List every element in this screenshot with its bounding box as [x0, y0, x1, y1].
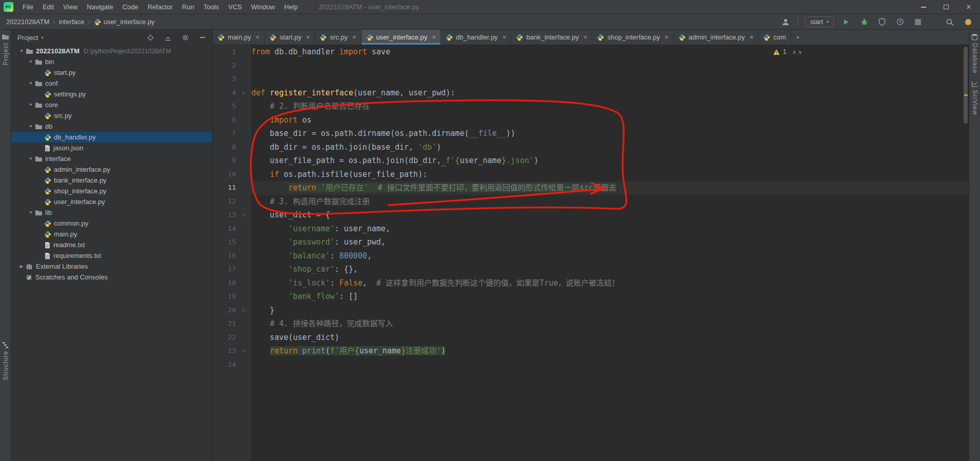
- fold-up-icon[interactable]: ∧: [236, 304, 251, 317]
- editor[interactable]: 1from db.db_handler import save234∨def r…: [213, 45, 969, 461]
- line-number[interactable]: 19: [213, 290, 236, 304]
- menu-view[interactable]: View: [58, 0, 82, 14]
- code-line-5[interactable]: 5 # 2. 判断用户名是否已存在: [213, 99, 969, 113]
- fold-down-icon[interactable]: ∨: [236, 208, 251, 222]
- editor-tab-bank-interface-py[interactable]: bank_interface.py×: [511, 30, 592, 45]
- scrollbar-thumb[interactable]: [964, 47, 968, 124]
- code-line-13[interactable]: 13∨ user_dict = {: [213, 208, 969, 222]
- tool-window-button-structure[interactable]: Structure: [2, 338, 9, 384]
- chevron-down-icon[interactable]: ▼: [17, 49, 26, 53]
- menu-code[interactable]: Code: [118, 0, 143, 14]
- code-line-18[interactable]: 18 'is_lock': False, # 这样拿到用户数据先判断这个键的值，…: [213, 276, 969, 290]
- warning-stripe-mark[interactable]: [964, 94, 968, 96]
- editor-tab-start-py[interactable]: start.py×: [265, 30, 315, 45]
- tree-item-readme-txt[interactable]: readme.txt: [11, 239, 212, 250]
- line-number[interactable]: 15: [213, 235, 236, 249]
- line-number[interactable]: 8: [213, 141, 236, 154]
- chevron-down-icon[interactable]: ▼: [27, 103, 35, 107]
- collapse-all-button[interactable]: [162, 32, 173, 43]
- maximize-button[interactable]: [935, 0, 957, 14]
- line-number[interactable]: 10: [213, 168, 236, 182]
- search-button[interactable]: [944, 16, 955, 28]
- close-tab-icon[interactable]: ×: [665, 33, 669, 41]
- debug-button[interactable]: [858, 16, 870, 28]
- tree-item-core[interactable]: ▼core: [11, 99, 212, 110]
- chevron-down-icon[interactable]: ▼: [27, 59, 35, 64]
- tree-item-conf[interactable]: ▼conf: [11, 78, 212, 89]
- editor-tab-com[interactable]: com: [758, 30, 791, 45]
- editor-tab-admin-interface-py[interactable]: admin_interface.py×: [674, 30, 758, 45]
- menu-help[interactable]: Help: [279, 0, 303, 14]
- close-tab-icon[interactable]: ×: [306, 33, 310, 41]
- tree-item-20221028atm[interactable]: ▼20221028ATMD:\pythonProject\20221028ATM: [11, 46, 212, 56]
- line-number[interactable]: 20: [213, 304, 236, 317]
- code-line-7[interactable]: 7 base_dir = os.path.dirname(os.path.dir…: [213, 127, 969, 141]
- tree-item-shop-interface-py[interactable]: shop_interface.py: [11, 186, 212, 196]
- code-line-10[interactable]: 10 if os.path.isfile(user_file_path):: [213, 168, 969, 182]
- chevron-down-icon[interactable]: ▼: [27, 210, 35, 215]
- code-line-8[interactable]: 8 db_dir = os.path.join(base_dir, 'db'): [213, 141, 969, 154]
- run-config-select[interactable]: start ▾: [805, 16, 834, 27]
- code-line-24[interactable]: 24: [213, 358, 969, 372]
- editor-scrollbar[interactable]: [963, 45, 969, 461]
- close-tab-icon[interactable]: ×: [584, 33, 588, 41]
- gear-button[interactable]: [179, 32, 191, 43]
- close-tab-icon[interactable]: ×: [750, 33, 754, 41]
- menu-tools[interactable]: Tools: [199, 0, 224, 14]
- close-button[interactable]: ×: [957, 0, 980, 14]
- locate-button[interactable]: [145, 32, 156, 43]
- inspections-widget[interactable]: 1∧∨: [773, 48, 802, 55]
- events-button[interactable]: [963, 16, 974, 28]
- code-line-1[interactable]: 1from db.db_handler import save: [213, 45, 969, 59]
- line-number[interactable]: 21: [213, 317, 236, 331]
- tree-item-db-handler-py[interactable]: db_handler.py: [11, 132, 212, 143]
- tree-item-requirements-txt[interactable]: requirements.txt: [11, 250, 212, 261]
- tree-item-lib[interactable]: ▼lib: [11, 207, 212, 218]
- code-line-11[interactable]: 11 return '用户已存在' # 接口文件里面不要打印，要利用返回值的形式…: [213, 181, 969, 195]
- code-line-9[interactable]: 9 user_file_path = os.path.join(db_dir, …: [213, 154, 969, 168]
- tree-item-bin[interactable]: ▼bin: [11, 56, 212, 67]
- minimize-button[interactable]: [912, 0, 935, 14]
- stop-button[interactable]: [912, 16, 924, 28]
- close-tab-icon[interactable]: ×: [503, 33, 507, 41]
- code-line-23[interactable]: 23∧ return print(f'用户{user_name}注册成功'): [213, 344, 969, 358]
- code-line-21[interactable]: 21 # 4. 拼接各种路径，完成数据写入: [213, 317, 969, 331]
- tree-item-external-libraries[interactable]: ▶External Libraries: [11, 261, 212, 272]
- editor-tab-db-handler-py[interactable]: db_handler.py×: [441, 30, 511, 45]
- breadcrumb-item-interface[interactable]: interface: [59, 18, 85, 26]
- line-number[interactable]: 1: [213, 45, 236, 59]
- close-tab-icon[interactable]: ×: [432, 33, 436, 41]
- profiler-button[interactable]: [894, 16, 906, 28]
- line-number[interactable]: 6: [213, 113, 236, 127]
- run-button[interactable]: [841, 16, 852, 28]
- menu-navigate[interactable]: Navigate: [82, 0, 117, 14]
- breadcrumb-item-user-interface-py[interactable]: user_interface.py: [94, 18, 155, 26]
- code-line-14[interactable]: 14 'username': user_name,: [213, 222, 969, 236]
- tree-item-common-py[interactable]: common.py: [11, 218, 212, 229]
- code-line-19[interactable]: 19 'bank_flow': []: [213, 290, 969, 304]
- tool-window-button-database[interactable]: Database: [971, 30, 978, 77]
- tree-item-admin-interface-py[interactable]: admin_interface.py: [11, 164, 212, 175]
- code-line-2[interactable]: 2: [213, 59, 969, 73]
- tree-item-db[interactable]: ▼db: [11, 121, 212, 132]
- chevron-down-icon[interactable]: ▼: [27, 124, 35, 129]
- line-number[interactable]: 24: [213, 358, 236, 372]
- close-tab-icon[interactable]: ×: [352, 33, 356, 41]
- code-line-16[interactable]: 16 'balance': 800000,: [213, 249, 969, 263]
- code-line-12[interactable]: 12 # 3. 构造用户数据完成注册: [213, 195, 969, 209]
- line-number[interactable]: 3: [213, 72, 236, 86]
- breadcrumb-item-20221028atm[interactable]: 20221028ATM: [6, 18, 49, 26]
- menu-run[interactable]: Run: [177, 0, 199, 14]
- code-line-15[interactable]: 15 'password': user_pwd,: [213, 235, 969, 249]
- line-number[interactable]: 11: [213, 181, 236, 195]
- code-line-17[interactable]: 17 'shop_car': {},: [213, 263, 969, 276]
- menu-file[interactable]: File: [18, 0, 38, 14]
- line-number[interactable]: 12: [213, 195, 236, 209]
- line-number[interactable]: 16: [213, 249, 236, 263]
- editor-tab-main-py[interactable]: main.py×: [213, 30, 265, 45]
- tree-item-bank-interface-py[interactable]: bank_interface.py: [11, 175, 212, 186]
- tree-item-start-py[interactable]: start.py: [11, 67, 212, 78]
- chevron-down-icon[interactable]: ▼: [27, 81, 35, 86]
- menu-refactor[interactable]: Refactor: [143, 0, 177, 14]
- code-line-6[interactable]: 6 import os: [213, 113, 969, 127]
